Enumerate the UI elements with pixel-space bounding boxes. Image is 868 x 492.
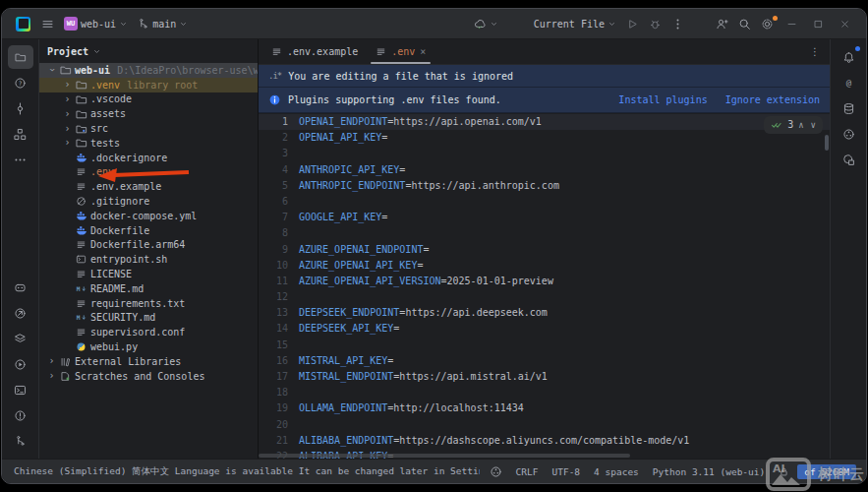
settings-button[interactable] bbox=[756, 15, 779, 33]
minimize-button[interactable] bbox=[779, 17, 805, 31]
code-line[interactable]: 6 bbox=[259, 194, 830, 210]
tree-item-entrypoint-sh[interactable]: entrypoint.sh bbox=[39, 252, 258, 267]
database-tool-icon[interactable] bbox=[836, 96, 861, 120]
services-tool-icon[interactable] bbox=[8, 327, 33, 350]
status-message[interactable]: Chinese (Simplified) 简体中文 Language is av… bbox=[14, 465, 480, 478]
tree-item-webui-py[interactable]: webui.py bbox=[39, 339, 258, 354]
code-line[interactable]: 1 OPENAI_ENDPOINT=https://api.openai.com… bbox=[259, 114, 830, 130]
tree-item-requirements-txt[interactable]: requirements.txt bbox=[39, 296, 258, 311]
code-line[interactable]: 20 bbox=[259, 417, 830, 433]
ai-assistant-icon[interactable]: @ bbox=[836, 71, 861, 94]
problems-tool-icon[interactable] bbox=[8, 403, 33, 427]
code-with-me-button[interactable] bbox=[469, 15, 503, 33]
code-line[interactable]: 18 bbox=[259, 385, 830, 400]
banner-action-ignore-extension[interactable]: Ignore extension bbox=[725, 94, 820, 105]
code-line[interactable]: 19 OLLAMA_ENDPOINT=http://localhost:1143… bbox=[259, 400, 830, 416]
code-line[interactable]: 12 bbox=[259, 289, 830, 305]
tree-item-dockerignore[interactable]: .dockerignore bbox=[39, 151, 258, 165]
expand-chevron-icon[interactable]: › bbox=[47, 64, 57, 77]
gradle-tool-icon[interactable] bbox=[836, 122, 861, 146]
inspections-widget[interactable]: 3 ∧∨ bbox=[764, 116, 823, 134]
tree-item-src[interactable]: › src bbox=[39, 121, 258, 136]
code-line[interactable]: 4 ANTHROPIC_API_KEY= bbox=[259, 162, 830, 178]
code-line[interactable]: 3 bbox=[259, 146, 830, 161]
run-button[interactable] bbox=[621, 15, 644, 33]
tree-item-assets[interactable]: › assets bbox=[39, 106, 258, 121]
expand-chevron-icon[interactable]: › bbox=[61, 94, 74, 104]
code-line[interactable]: 2 OPENAI_API_KEY= bbox=[259, 130, 830, 146]
tree-item-license[interactable]: LICENSE bbox=[39, 267, 258, 281]
memory-indicator[interactable]: of 5268M bbox=[797, 464, 856, 479]
code-line[interactable]: 13 DEEPSEEK_ENDPOINT=https://api.deepsee… bbox=[259, 305, 830, 321]
tree-item-gitignore[interactable]: .gitignore bbox=[39, 194, 258, 209]
tab-env[interactable]: .env× bbox=[367, 39, 434, 64]
vertical-scrollbar[interactable] bbox=[825, 135, 829, 151]
project-panel-header[interactable]: Project bbox=[39, 39, 258, 63]
run-config-selector[interactable]: Current File bbox=[529, 16, 621, 32]
tree-item-dockerfile[interactable]: Dockerfile bbox=[39, 223, 258, 238]
branch-widget[interactable]: main bbox=[133, 15, 193, 32]
code-line[interactable]: 7 GOOGLE_API_KEY= bbox=[259, 210, 830, 225]
tree-item-vscode[interactable]: › .vscode bbox=[39, 92, 258, 107]
close-button[interactable] bbox=[832, 17, 858, 31]
next-problem-icon[interactable]: ∨ bbox=[811, 117, 816, 133]
structure-tool-icon[interactable] bbox=[8, 122, 33, 146]
tree-item-readme-md[interactable]: M README.md bbox=[39, 281, 258, 296]
ai-chat-tool-icon[interactable] bbox=[8, 276, 33, 299]
tree-item-tests[interactable]: › tests bbox=[39, 136, 258, 151]
project-widget[interactable]: WU web-ui bbox=[59, 14, 133, 33]
banner-action-install-plugins[interactable]: Install plugins bbox=[618, 94, 707, 105]
tree-item-web-ui[interactable]: › web-ui D:\IdeaPro\browser-use\web-ui bbox=[39, 63, 258, 78]
code-line[interactable]: 14 DEEPSEEK_API_KEY= bbox=[259, 321, 830, 337]
code-line[interactable]: 17 MISTRAL_ENDPOINT=https://api.mistral.… bbox=[259, 369, 830, 385]
tree-item-venv[interactable]: › .venv library root bbox=[39, 78, 258, 92]
code-line[interactable]: 15 bbox=[259, 338, 830, 353]
terminal-tool-icon[interactable] bbox=[8, 378, 33, 401]
status-segment-crlf[interactable]: CRLF bbox=[516, 466, 539, 477]
status-segment-python-3-11-web-ui[interactable]: Python 3.11 (web-ui) bbox=[653, 466, 765, 477]
debug-button[interactable] bbox=[644, 15, 666, 33]
repository-tool-icon[interactable]: ? bbox=[8, 71, 33, 94]
expand-chevron-icon[interactable]: › bbox=[61, 124, 74, 134]
run-tool-icon[interactable] bbox=[8, 352, 33, 376]
tree-item-dockerfile-arm64[interactable]: Dockerfile.arm64 bbox=[39, 238, 258, 253]
main-menu-button[interactable] bbox=[36, 15, 59, 33]
python-console-tool-icon[interactable] bbox=[8, 301, 33, 325]
tree-item-scratches-and-consoles[interactable]: › Scratches and Consoles bbox=[39, 369, 258, 384]
more-actions-button[interactable] bbox=[666, 15, 689, 33]
status-segment-utf-8[interactable]: UTF-8 bbox=[551, 466, 580, 477]
code-line[interactable]: 16 MISTRAL_API_KEY= bbox=[259, 353, 830, 369]
tab-env-example[interactable]: .env.example bbox=[262, 39, 367, 64]
dependencies-tool-icon[interactable] bbox=[836, 148, 861, 171]
code-editor[interactable]: 1 OPENAI_ENDPOINT=https://api.openai.com… bbox=[259, 113, 830, 459]
prev-problem-icon[interactable]: ∧ bbox=[798, 117, 803, 133]
notifications-icon[interactable] bbox=[836, 45, 861, 69]
code-line[interactable]: 9 AZURE_OPENAI_ENDPOINT= bbox=[259, 242, 830, 258]
tree-item-env-example[interactable]: .env.example bbox=[39, 179, 258, 194]
tree-item-docker-compose-yml[interactable]: docker-compose.yml bbox=[39, 209, 258, 223]
code-line[interactable]: 8 bbox=[259, 225, 830, 241]
tree-item-supervisord-conf[interactable]: supervisord.conf bbox=[39, 325, 258, 339]
tree-item-security-md[interactable]: M SECURITY.md bbox=[39, 311, 258, 326]
tab-close-icon[interactable]: × bbox=[420, 46, 426, 57]
expand-chevron-icon[interactable]: › bbox=[45, 356, 58, 366]
search-everywhere-button[interactable] bbox=[733, 15, 756, 33]
expand-chevron-icon[interactable]: › bbox=[61, 109, 74, 119]
status-segment-4-spaces[interactable]: 4 spaces bbox=[594, 466, 639, 477]
code-line[interactable]: 21 ALIBABA_ENDPOINT=https://dashscope.al… bbox=[259, 433, 830, 449]
expand-chevron-icon[interactable]: › bbox=[61, 138, 74, 148]
more-tools-icon[interactable] bbox=[8, 148, 33, 171]
code-line[interactable]: 11 AZURE_OPENAI_API_VERSION=2025-01-01-p… bbox=[259, 274, 830, 289]
code-with-me-users-button[interactable] bbox=[711, 15, 733, 33]
maximize-button[interactable] bbox=[805, 17, 832, 31]
horizontal-scrollbar[interactable] bbox=[259, 454, 630, 458]
version-control-tool-icon[interactable] bbox=[8, 429, 33, 453]
code-line[interactable]: 5 ANTHROPIC_ENDPOINT=https://api.anthrop… bbox=[259, 178, 830, 194]
tree-item-external-libraries[interactable]: › External Libraries bbox=[39, 354, 258, 369]
code-line[interactable]: 10 AZURE_OPENAI_API_KEY= bbox=[259, 258, 830, 274]
tree-item-env[interactable]: .env bbox=[39, 165, 258, 180]
project-tool-icon[interactable] bbox=[8, 45, 33, 69]
expand-chevron-icon[interactable]: › bbox=[61, 80, 74, 90]
commit-tool-icon[interactable] bbox=[8, 96, 33, 120]
expand-chevron-icon[interactable]: › bbox=[45, 371, 58, 381]
